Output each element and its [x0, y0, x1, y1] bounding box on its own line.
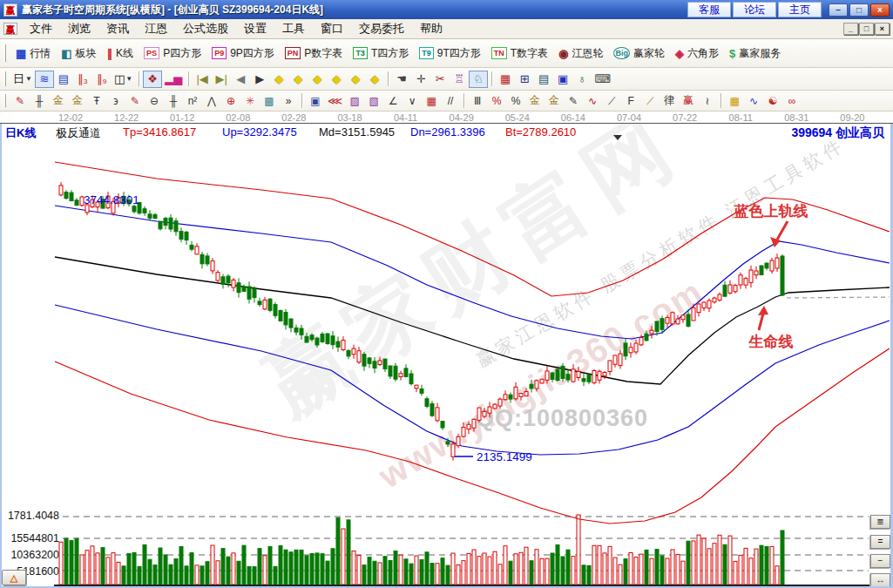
menu-item-文件[interactable]: 文件 — [22, 19, 60, 38]
toolbar-9p-square[interactable]: P99P四方形 — [206, 46, 280, 61]
period-selector-icon[interactable]: 日▼ — [10, 71, 35, 88]
menu-item-工具[interactable]: 工具 — [274, 19, 313, 38]
draw-circle-icon[interactable]: ⊖ — [145, 93, 164, 109]
volume-pane-button-3[interactable]: − — [870, 554, 890, 568]
volume-pane-button-1[interactable]: ≣ — [870, 515, 890, 529]
diamond-left-icon[interactable]: ◆ — [269, 71, 288, 88]
nav-first-icon[interactable]: |◀ — [193, 71, 212, 88]
volume-expand-button[interactable]: △ — [2, 570, 26, 585]
draw-bars-icon[interactable]: Ⅲ — [468, 93, 487, 109]
draw-gold-lines-icon[interactable]: 金 — [545, 93, 564, 109]
toolbar-gann-wheel[interactable]: ◉江恩轮 — [553, 46, 608, 61]
titlebar-link-1[interactable]: 客服 — [687, 2, 731, 17]
draw-pen-2-icon[interactable]: ✎ — [564, 93, 583, 109]
toolbar-t-square[interactable]: T3T四方形 — [348, 46, 414, 61]
save-icon[interactable]: ▣ — [553, 71, 572, 88]
toolbar-hexagon[interactable]: ◈六角形 — [670, 46, 724, 61]
draw-angle-icon[interactable]: ⋀ — [202, 93, 221, 109]
tool-teal-icon[interactable]: ♘ — [469, 71, 488, 88]
menu-item-交易委托[interactable]: 交易委托 — [351, 19, 412, 38]
draw-more-icon[interactable]: » — [279, 93, 298, 109]
draw-grid-r-icon[interactable]: ▦ — [422, 93, 441, 109]
draw-pct-strike-icon[interactable]: % — [487, 93, 506, 109]
draw-target-icon[interactable]: ⊕ — [221, 93, 240, 109]
price-chart[interactable]: 赢家财富网www.yingjia360.com赢家江恩软件 股票分析软件 江恩工… — [0, 124, 893, 588]
minimize-button[interactable]: – — [829, 3, 848, 17]
draw-n2-icon[interactable]: n² — [183, 93, 202, 109]
toolbar-winner-wheel[interactable]: Big赢家轮 — [608, 46, 670, 61]
draw-lv-icon[interactable]: 律 — [660, 93, 679, 109]
tool-grid-color-icon[interactable]: ▦ — [725, 93, 744, 109]
diamond-both-icon[interactable]: ◆ — [308, 71, 327, 88]
draw-parallel-icon[interactable]: // — [441, 93, 460, 109]
diamond-out-icon[interactable]: ◆ — [346, 71, 365, 88]
titlebar-link-3[interactable]: 主页 — [778, 2, 822, 17]
draw-grid-p1-icon[interactable]: ▨ — [345, 93, 364, 109]
draw-j-angle-icon[interactable]: ⟋ — [602, 93, 621, 109]
pattern-view-icon[interactable]: ❖ — [143, 71, 162, 88]
crosshair-tool-icon[interactable]: ✛ — [411, 71, 430, 88]
draw-web-icon[interactable]: ▩ — [260, 93, 279, 109]
draw-ticks-2-icon[interactable]: ╫ — [164, 93, 183, 109]
hand-tool-icon[interactable]: ☚ — [392, 71, 411, 88]
draw-gold-1-icon[interactable]: 金 — [49, 93, 68, 109]
network-icon[interactable]: ♁ — [572, 71, 592, 88]
scissors-tool-icon[interactable]: ✂ — [430, 71, 450, 88]
menu-item-江恩[interactable]: 江恩 — [137, 19, 175, 38]
close-button[interactable]: × — [870, 3, 890, 17]
mdi-minimize-button[interactable]: _ — [843, 23, 858, 35]
draw-zigzag-icon[interactable]: ∨ — [403, 93, 422, 109]
bars-3-icon[interactable]: ∥₃ — [73, 71, 92, 88]
draw-f-ruler-icon[interactable]: Ŧ — [87, 93, 106, 109]
maximize-button[interactable]: □ — [849, 3, 869, 17]
draw-angle-line-icon[interactable]: ∠ — [383, 93, 403, 109]
notes-view-icon[interactable]: ▤ — [54, 71, 73, 88]
draw-brush-icon[interactable]: ✎ — [125, 93, 145, 109]
candle-style-icon[interactable]: ◫▼ — [112, 71, 135, 88]
draw-gold-circle-icon[interactable]: 金 — [525, 93, 545, 109]
menu-item-帮助[interactable]: 帮助 — [412, 19, 450, 38]
toolbar-9t-square[interactable]: T99T四方形 — [414, 46, 486, 61]
draw-f-angle-icon[interactable]: F — [621, 93, 640, 109]
toolbar-sectors[interactable]: ◧板块 — [56, 46, 101, 61]
tool-chart-icon[interactable]: ∿ — [744, 93, 763, 109]
draw-wave-icon[interactable]: ∿ — [583, 93, 602, 109]
notepad-icon[interactable]: ▤ — [534, 71, 553, 88]
tool-infinity-icon[interactable]: ∞ — [782, 93, 802, 109]
toolbar-p-square[interactable]: PSP四方形 — [139, 46, 206, 61]
draw-spiral-icon[interactable]: ϶ — [106, 93, 125, 109]
draw-grid-p2-icon[interactable]: ▧ — [364, 93, 383, 109]
mdi-close-button[interactable]: × — [875, 23, 890, 35]
draw-gold-2-icon[interactable]: 金 — [68, 93, 87, 109]
tool-yinyang-icon[interactable]: ☯ — [763, 93, 782, 109]
diamond-all-icon[interactable]: ◆ — [365, 71, 384, 88]
print-icon[interactable]: ⌨ — [592, 71, 613, 88]
toolbar-t-table[interactable]: TNT数字表 — [486, 46, 553, 61]
toolbar-p-table[interactable]: PNP数字表 — [280, 46, 348, 61]
toolbar-winner-service[interactable]: $赢家服务 — [724, 46, 786, 61]
nav-next-icon[interactable]: ▶ — [250, 71, 269, 88]
mdi-restore-button[interactable]: □ — [859, 23, 874, 35]
nav-prev-icon[interactable]: ◀ — [231, 71, 250, 88]
menu-item-设置[interactable]: 设置 — [236, 19, 274, 38]
menu-item-公式选股[interactable]: 公式选股 — [175, 19, 236, 38]
draw-win-icon[interactable]: 赢 — [679, 93, 698, 109]
draw-fan-icon[interactable]: ⋘ — [325, 93, 345, 109]
draw-pen-icon[interactable]: ✎ — [10, 93, 30, 109]
draw-gold-angle-icon[interactable]: ⟋ — [640, 93, 660, 109]
menu-item-窗口[interactable]: 窗口 — [313, 19, 351, 38]
toolbar-kline[interactable]: ∥K线 — [102, 46, 139, 61]
draw-star-icon[interactable]: ✳ — [240, 93, 260, 109]
nav-last-icon[interactable]: ▶| — [212, 71, 231, 88]
draw-s-icon[interactable]: ≀ — [698, 93, 717, 109]
titlebar-link-2[interactable]: 论坛 — [733, 2, 776, 17]
menu-item-资讯[interactable]: 资讯 — [98, 19, 137, 38]
calculator-icon[interactable]: ⊞ — [515, 71, 534, 88]
menu-item-浏览[interactable]: 浏览 — [60, 19, 98, 38]
diamond-right-icon[interactable]: ◆ — [288, 71, 308, 88]
volume-pane-button-4[interactable]: ↔ — [870, 573, 890, 587]
tool-purple-icon[interactable]: ♖ — [450, 71, 469, 88]
histogram-view-icon[interactable]: ▂▅ — [162, 71, 185, 88]
draw-box-icon[interactable]: ▣ — [306, 93, 325, 109]
calendar-icon[interactable]: ▦ — [496, 71, 515, 88]
